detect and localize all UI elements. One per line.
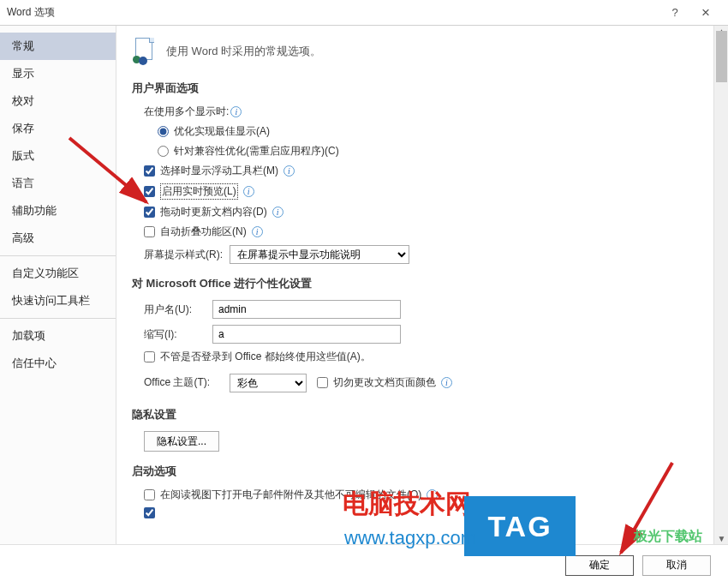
checkbox-reading-view[interactable]: 在阅读视图下打开电子邮件附件及其他不可编辑的文件(O) i [144,488,706,502]
window-title: Word 选项 [7,5,659,20]
info-icon[interactable]: i [252,226,263,237]
section-privacy: 隐私设置 [132,407,706,422]
sidebar-item-display[interactable]: 显示 [0,60,116,87]
scroll-down-icon[interactable]: ▼ [716,533,727,544]
sidebar-item-addins[interactable]: 加载项 [0,322,116,350]
sidebar-item-save[interactable]: 保存 [0,115,116,142]
username-input[interactable] [212,300,401,319]
section-personalize: 对 Microsoft Office 进行个性化设置 [132,276,706,291]
checkbox-reading-view-label: 在阅读视图下打开电子邮件附件及其他不可编辑的文件(O) [160,488,421,502]
checkbox-never-change-bg-label: 切勿更改文档页面颜色 [333,375,436,390]
sidebar: 常规 显示 校对 保存 版式 语言 辅助功能 高级 自定义功能区 快速访问工具栏… [0,26,116,544]
cancel-button[interactable]: 取消 [642,555,711,576]
username-label: 用户名(U): [144,302,212,317]
checkbox-live-preview-input[interactable] [144,186,155,197]
info-icon[interactable]: i [230,106,242,117]
header-row: 使用 Word 时采用的常规选项。 [132,38,706,65]
initials-label: 缩写(I): [144,327,212,342]
sidebar-separator [0,255,116,256]
checkbox-drag-update[interactable]: 拖动时更新文档内容(D) i [144,205,706,219]
radio-optimize-best-label: 优化实现最佳显示(A) [174,124,270,139]
checkbox-minitoolbar-input[interactable] [144,165,155,177]
checkbox-always-use-values-label: 不管是否登录到 Office 都始终使用这些值(A)。 [160,350,371,364]
section-ui-options: 用户界面选项 [132,81,706,96]
checkbox-truncated-input[interactable] [144,507,155,518]
sidebar-item-advanced[interactable]: 高级 [0,225,116,252]
checkbox-collapse-ribbon-label: 自动折叠功能区(N) [160,225,247,239]
scrollbar[interactable]: ▲ ▼ [713,26,728,544]
checkbox-live-preview[interactable]: 启用实时预览(L) i [144,183,706,200]
theme-select[interactable]: 彩色 [230,374,307,392]
content-pane: 使用 Word 时采用的常规选项。 用户界面选项 在使用多个显示时: i 优化实… [116,26,728,544]
sidebar-item-trust[interactable]: 信任中心 [0,350,116,377]
checkbox-always-use-values[interactable]: 不管是否登录到 Office 都始终使用这些值(A)。 [144,350,706,364]
header-description: 使用 Word 时采用的常规选项。 [166,44,321,59]
general-options-icon [132,38,159,65]
radio-optimize-best-input[interactable] [158,126,169,137]
radio-optimize-best[interactable]: 优化实现最佳显示(A) [158,124,706,139]
checkbox-live-preview-label: 启用实时预览(L) [160,183,238,200]
checkbox-collapse-ribbon[interactable]: 自动折叠功能区(N) i [144,225,706,239]
info-icon[interactable]: i [441,377,452,388]
checkbox-never-change-bg[interactable]: 切勿更改文档页面颜色 i [317,375,452,390]
checkbox-never-change-bg-input[interactable] [317,377,328,388]
info-icon[interactable]: i [243,186,254,197]
info-icon[interactable]: i [272,207,283,218]
dialog-body: 常规 显示 校对 保存 版式 语言 辅助功能 高级 自定义功能区 快速访问工具栏… [0,26,728,544]
titlebar: Word 选项 ? × [0,0,728,26]
checkbox-always-use-values-input[interactable] [144,351,155,362]
dialog-footer: 确定 取消 [0,544,728,585]
radio-compatibility-input[interactable] [158,146,169,157]
checkbox-minitoolbar[interactable]: 选择时显示浮动工具栏(M) i [144,164,706,178]
scrollbar-thumb[interactable] [716,31,727,82]
checkbox-drag-update-label: 拖动时更新文档内容(D) [160,205,267,219]
radio-compatibility-label: 针对兼容性优化(需重启应用程序)(C) [174,144,339,159]
checkbox-minitoolbar-label: 选择时显示浮动工具栏(M) [160,164,278,178]
checkbox-collapse-ribbon-input[interactable] [144,226,155,237]
screentip-label: 屏幕提示样式(R): [144,248,230,262]
sidebar-separator [0,318,116,319]
info-icon[interactable]: i [427,489,438,500]
sidebar-item-layout[interactable]: 版式 [0,142,116,170]
screentip-style-select[interactable]: 在屏幕提示中显示功能说明 [230,245,409,264]
radio-compatibility[interactable]: 针对兼容性优化(需重启应用程序)(C) [158,144,706,159]
checkbox-reading-view-input[interactable] [144,489,155,500]
close-button[interactable]: × [690,2,721,24]
theme-label: Office 主题(T): [144,375,230,390]
sidebar-item-language[interactable]: 语言 [0,170,116,197]
ok-button[interactable]: 确定 [565,555,634,576]
info-icon[interactable]: i [283,165,295,177]
sidebar-item-qat[interactable]: 快速访问工具栏 [0,287,116,314]
sidebar-item-general[interactable]: 常规 [0,33,116,60]
multi-display-label: 在使用多个显示时: [144,105,229,119]
initials-input[interactable] [212,325,401,344]
section-startup: 启动选项 [132,464,706,479]
help-button[interactable]: ? [659,2,690,24]
checkbox-drag-update-input[interactable] [144,207,155,218]
sidebar-item-accessibility[interactable]: 辅助功能 [0,197,116,225]
sidebar-item-proofing[interactable]: 校对 [0,87,116,115]
sidebar-item-customize-ribbon[interactable]: 自定义功能区 [0,260,116,287]
checkbox-truncated[interactable] [144,507,706,518]
privacy-settings-button[interactable]: 隐私设置... [144,431,219,452]
